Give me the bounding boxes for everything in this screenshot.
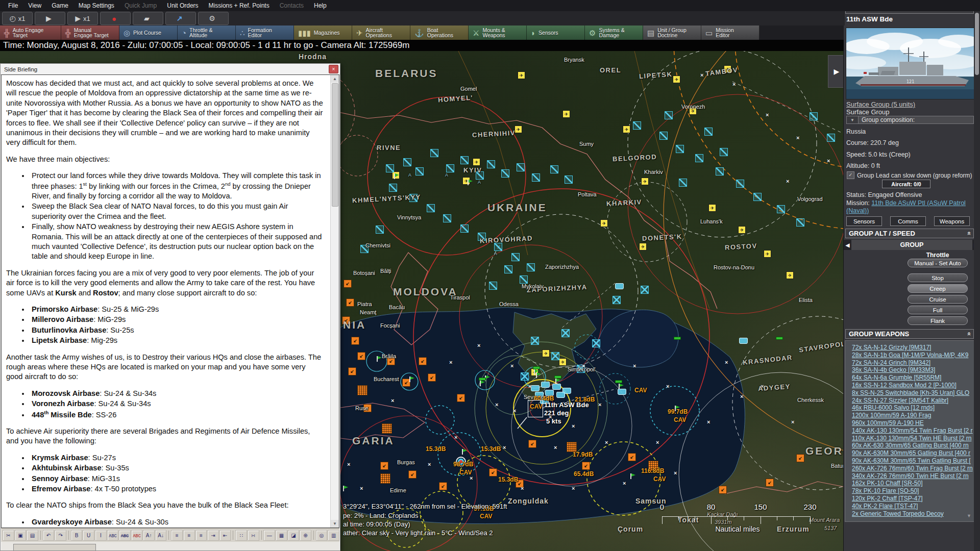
weapon-link[interactable]: 72x SA-N-12 Grizzly [9M317]	[852, 344, 974, 352]
throttle-altitude-button[interactable]: ◔ Throttle & Altitude	[178, 26, 236, 40]
map-unit-icon[interactable]	[776, 337, 783, 340]
selected-unit-box[interactable]	[528, 400, 543, 417]
sidebar-scrollbar[interactable]: ▲	[974, 0, 980, 551]
map-unit-icon[interactable]	[532, 173, 540, 182]
throttle-button[interactable]: Creep	[908, 284, 968, 293]
weapon-link[interactable]: 40x PK-2 Flare [TST-47]	[852, 503, 974, 510]
map-unit-icon[interactable]	[786, 271, 794, 279]
map-unit-icon[interactable]	[827, 158, 830, 164]
map-unit-icon[interactable]	[630, 473, 631, 479]
sort-desc-icon[interactable]: A↓	[155, 530, 167, 541]
map-unit-icon[interactable]	[513, 408, 516, 414]
map-unit-icon[interactable]	[786, 179, 789, 184]
weapon-link[interactable]: 46x RBU-6000 Salvo [12 rnds]	[852, 404, 974, 412]
weapon-link[interactable]: 8x SS-N-25 Switchblade [Kh-35 Uran] GLO	[852, 389, 974, 397]
map-unit-icon[interactable]	[503, 445, 506, 450]
map-unit-icon[interactable]	[618, 389, 626, 395]
map-unit-icon[interactable]	[376, 226, 384, 234]
map-unit-icon[interactable]	[719, 486, 727, 494]
print-icon[interactable]: ▥	[328, 530, 339, 541]
group-lead-checkbox[interactable]: ✓	[847, 171, 854, 179]
map-unit-icon[interactable]	[348, 367, 356, 375]
map-unit-icon[interactable]	[720, 148, 728, 156]
weapon-link[interactable]: 2x Generic Towed Torpedo Decoy	[852, 510, 974, 518]
map-unit-icon[interactable]	[389, 184, 397, 192]
map-unit-icon[interactable]	[386, 164, 394, 172]
boat-operations-button[interactable]: ⚓ Boat Operations	[410, 26, 469, 40]
align-right-icon[interactable]: ≡	[195, 530, 207, 541]
map-unit-icon[interactable]	[791, 419, 794, 425]
map-unit-icon[interactable]	[753, 193, 762, 201]
map-unit-icon[interactable]	[796, 135, 799, 141]
picture-icon[interactable]: ◪	[288, 530, 300, 541]
outdent-icon[interactable]: ⇤	[219, 530, 231, 541]
map-unit-icon[interactable]	[428, 373, 436, 382]
map-unit-icon[interactable]	[700, 72, 703, 78]
map-unit-icon[interactable]	[777, 205, 785, 213]
unit-group-doctrine-button[interactable]: ▤ Unit / Group Doctrine	[643, 26, 701, 40]
map-unit-icon[interactable]	[615, 283, 624, 289]
map-unit-icon[interactable]	[665, 111, 673, 119]
map-unit-icon[interactable]	[533, 366, 540, 369]
step-button[interactable]: ▶ x1	[67, 12, 98, 25]
menu-item[interactable]: View	[23, 1, 46, 11]
throttle-button[interactable]: Stop	[908, 273, 968, 282]
map-unit-icon[interactable]	[555, 379, 556, 384]
map-unit-icon[interactable]	[623, 126, 630, 133]
map-unit-icon[interactable]	[534, 369, 535, 375]
map-unit-icon[interactable]	[514, 126, 522, 133]
weapon-link[interactable]: 960x 100mm/59 A-190 HE	[852, 419, 974, 427]
map-unit-icon[interactable]	[554, 445, 557, 450]
map-unit-icon[interactable]	[764, 250, 771, 258]
map-unit-icon[interactable]	[639, 243, 647, 251]
find-icon[interactable]: ◎	[316, 530, 328, 541]
map-unit-icon[interactable]	[443, 214, 451, 222]
group-status-button[interactable]: Sensors	[846, 216, 882, 226]
weapon-link[interactable]: 16x SS-N-12 Sandbox Mod 2 [P-1000]	[852, 382, 974, 389]
weapon-link[interactable]: 120x PK-2 Chaff [TSP-47]	[852, 495, 974, 503]
map-unit-icon[interactable]	[419, 357, 427, 365]
underline-icon[interactable]: U	[83, 530, 94, 541]
map-unit-icon[interactable]	[536, 372, 537, 378]
map-unit-icon[interactable]	[527, 263, 535, 271]
quick-jump-button[interactable]: ↗	[165, 12, 196, 25]
font-color-icon[interactable]: ᴀʙᴄ	[131, 530, 143, 541]
map-unit-icon[interactable]	[562, 110, 570, 118]
auto-engage-target-button[interactable]: ╬ Auto Engage Target	[0, 26, 61, 40]
weapon-link[interactable]: 260x AK-726 76mm/60 Twin Frag Burst [2 r…	[852, 465, 974, 472]
weapon-link[interactable]: 1200x 100mm/59 A-190 Frag	[852, 412, 974, 419]
map-unit-icon[interactable]	[520, 276, 528, 284]
weapon-link[interactable]: 90x AK-630M 30mm/65 Twin Gatling Burst [	[852, 457, 974, 465]
map-unit-icon[interactable]	[347, 462, 350, 467]
map-unit-icon[interactable]	[600, 219, 608, 227]
map-unit-icon[interactable]	[612, 296, 621, 304]
map-unit-icon[interactable]	[572, 486, 575, 491]
map-unit-icon[interactable]	[531, 385, 540, 391]
map-unit-icon[interactable]	[561, 329, 570, 337]
map-unit-icon[interactable]	[674, 337, 681, 340]
side-briefing-window[interactable]: Side Briefing × Moscow has decided that …	[0, 63, 340, 551]
map-unit-icon[interactable]	[439, 482, 447, 490]
sidebar-collapse-button[interactable]: ▶	[828, 55, 844, 88]
map-unit-icon[interactable]	[725, 360, 728, 365]
map-unit-icon[interactable]	[704, 128, 713, 136]
map-unit-icon[interactable]	[346, 298, 354, 307]
map-unit-icon[interactable]	[565, 176, 573, 184]
map-unit-icon[interactable]	[428, 462, 431, 467]
manual-engage-target-button[interactable]: ╬ Manual Engage Target	[61, 26, 119, 40]
map-unit-icon[interactable]	[377, 356, 378, 362]
briefing-scrollbar[interactable]: ▲ ▼	[330, 75, 339, 528]
map-unit-icon[interactable]	[460, 224, 469, 233]
map-unit-icon[interactable]	[716, 167, 724, 176]
magazines-button[interactable]: ▮▮▮ Magazines	[294, 26, 352, 40]
map-unit-icon[interactable]	[633, 363, 636, 369]
map-unit-icon[interactable]	[460, 156, 469, 164]
close-button[interactable]: ×	[329, 65, 338, 73]
map-unit-icon[interactable]	[528, 384, 531, 389]
sort-asc-icon[interactable]: A↑	[143, 530, 155, 541]
map-unit-icon[interactable]	[470, 475, 473, 481]
formation-editor-button[interactable]: ∴ Formation Editor	[236, 26, 294, 40]
throttle-button[interactable]: Manual - Set Auto	[908, 259, 968, 267]
map-unit-icon[interactable]	[559, 358, 567, 366]
map-unit-icon[interactable]	[810, 112, 818, 120]
